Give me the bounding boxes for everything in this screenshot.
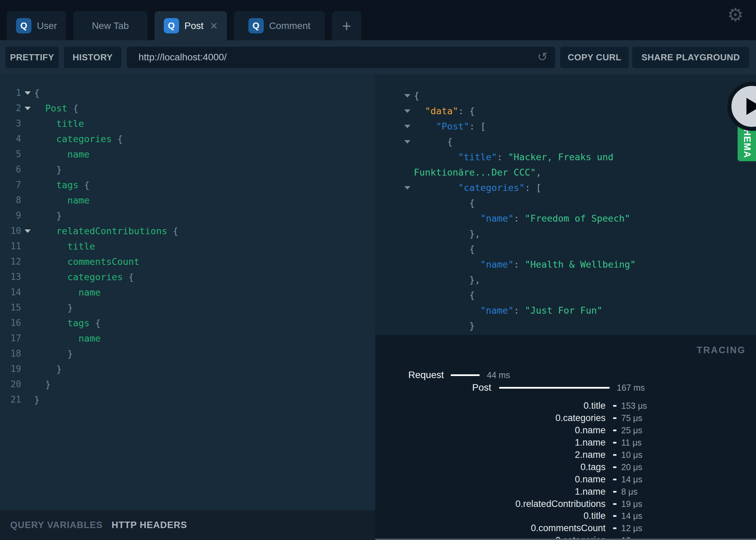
tracing-row-label: 0.categories <box>375 413 606 423</box>
settings-gear-icon[interactable]: ⚙ <box>727 5 744 24</box>
response-line: "title": "Hacker, Freaks und <box>375 149 756 165</box>
fold-arrow-icon[interactable] <box>404 109 410 113</box>
line-number: 11 <box>0 239 21 254</box>
tracing-row-value: 153 μs <box>621 401 647 411</box>
tab-label: Comment <box>269 20 310 31</box>
endpoint-url-input[interactable] <box>127 47 555 68</box>
line-number: 9 <box>0 208 21 223</box>
line-number: 8 <box>0 193 21 208</box>
tracing-row: 2.name10 μs <box>375 449 756 461</box>
response-line: "Post": [ <box>375 119 756 134</box>
response-line: "name": "Just For Fun" <box>375 303 756 318</box>
tracing-row-label: 0.relatedContributions <box>375 499 606 509</box>
line-number: 13 <box>0 269 21 285</box>
query-variables-tab[interactable]: QUERY VARIABLES <box>10 520 103 530</box>
tracing-toggle[interactable]: TRACING <box>697 345 746 356</box>
tab-comment[interactable]: QComment <box>234 11 325 40</box>
tracing-row-label: 0.title <box>375 511 606 521</box>
tracing-row-label: 1.name <box>375 486 606 497</box>
resolver-duration-bar <box>499 387 610 389</box>
response-line: { <box>375 88 756 103</box>
line-number: 15 <box>0 300 21 315</box>
share-playground-button[interactable]: SHARE PLAYGROUND <box>632 47 749 68</box>
editor-line: 20 } <box>0 377 375 392</box>
line-number: 18 <box>0 346 21 361</box>
editor-line: 11 title <box>0 239 375 254</box>
tracing-resolver-row: Post 167 ms <box>375 381 756 394</box>
response-line: { <box>375 287 756 303</box>
line-number: 5 <box>0 147 21 162</box>
response-line: "name": "Freedom of Speech" <box>375 211 756 226</box>
fold-arrow-icon[interactable] <box>404 140 410 144</box>
copy-curl-button[interactable]: COPY CURL <box>560 47 629 68</box>
tracing-row: 0.categories75 μs <box>375 412 756 424</box>
editor-line: 1{ <box>0 85 375 101</box>
line-number: 10 <box>0 223 21 239</box>
duration-tick <box>613 527 616 529</box>
history-button[interactable]: HISTORY <box>64 47 121 68</box>
tracing-row-value: 25 μs <box>621 425 642 435</box>
tracing-row-label: 2.name <box>375 450 606 460</box>
tab-label: User <box>37 20 57 31</box>
editor-line: 8 name <box>0 193 375 208</box>
tracing-row-value: 20 μs <box>621 462 642 472</box>
tracing-row: 1.name8 μs <box>375 485 756 498</box>
horizontal-scrollbar[interactable] <box>375 539 756 540</box>
tab-list: QUserNew TabQPost×QComment <box>7 11 332 40</box>
tracing-row: 0.name25 μs <box>375 424 756 437</box>
tab-label: Post <box>185 20 204 31</box>
duration-tick <box>613 405 616 407</box>
tab-post[interactable]: QPost× <box>155 11 227 40</box>
response-viewer[interactable]: { "data": { "Post": [ { "title": "Hacker… <box>375 74 756 335</box>
tracing-row-value: 75 μs <box>621 413 642 423</box>
tracing-row-label: 1.name <box>375 437 606 448</box>
reload-icon[interactable]: ↺ <box>537 50 548 64</box>
tracing-row-label: 0.tags <box>375 462 606 472</box>
tab-new-tab[interactable]: New Tab <box>73 11 147 40</box>
tracing-panel[interactable]: TRACING Request 44 ms Post 167 ms 0.titl… <box>375 335 756 540</box>
response-line: }, <box>375 226 756 241</box>
line-number: 21 <box>0 392 21 407</box>
tracing-row-label: 0.name <box>375 425 606 436</box>
response-line: { <box>375 195 756 211</box>
tracing-row-label: 0.commentsCount <box>375 523 606 534</box>
tracing-row-label: Request <box>375 370 444 380</box>
tab-bar: QUserNew TabQPost×QComment + ⚙ <box>0 0 756 40</box>
line-number: 1 <box>0 85 21 101</box>
tracing-row: 1.name11 μs <box>375 437 756 449</box>
response-line: }, <box>375 272 756 287</box>
tab-label: New Tab <box>92 20 129 31</box>
fold-arrow-icon[interactable] <box>404 125 410 128</box>
editor-line: 19 } <box>0 361 375 377</box>
duration-tick <box>613 430 616 431</box>
response-line: "data": { <box>375 103 756 119</box>
duration-tick <box>613 454 616 456</box>
fold-arrow-icon[interactable] <box>25 91 31 95</box>
tracing-row-value: 14 μs <box>621 475 642 484</box>
main-split: 1{2 Post {3 title4 categories {5 name6 }… <box>0 74 756 540</box>
http-headers-tab[interactable]: HTTP HEADERS <box>112 520 187 530</box>
tracing-request-row: Request 44 ms <box>375 369 756 381</box>
result-pane: { "data": { "Post": [ { "title": "Hacker… <box>375 74 756 540</box>
editor-bottom-bar: QUERY VARIABLES HTTP HEADERS <box>0 510 375 540</box>
editor-line: 13 categories { <box>0 269 375 285</box>
fold-arrow-icon[interactable] <box>25 229 31 233</box>
new-tab-button[interactable]: + <box>332 11 361 40</box>
tracing-row: 0.title14 μs <box>375 510 756 522</box>
fold-arrow-icon[interactable] <box>25 107 31 110</box>
close-icon[interactable]: × <box>210 20 218 32</box>
line-number: 19 <box>0 361 21 377</box>
tab-user[interactable]: QUser <box>7 11 66 40</box>
query-editor[interactable]: 1{2 Post {3 title4 categories {5 name6 }… <box>0 74 375 510</box>
tracing-row: 0.title153 μs <box>375 400 756 412</box>
tracing-row-label: Post <box>375 382 491 393</box>
fold-arrow-icon[interactable] <box>404 94 410 97</box>
editor-line: 9 } <box>0 208 375 223</box>
editor-line: 17 name <box>0 331 375 346</box>
tracing-field-rows: 0.title153 μs0.categories75 μs0.name25 μ… <box>375 400 756 540</box>
duration-tick <box>613 515 616 517</box>
duration-tick <box>613 503 616 505</box>
prettify-button[interactable]: PRETTIFY <box>5 47 59 68</box>
editor-line: 10 relatedContributions { <box>0 223 375 239</box>
fold-arrow-icon[interactable] <box>404 186 410 190</box>
